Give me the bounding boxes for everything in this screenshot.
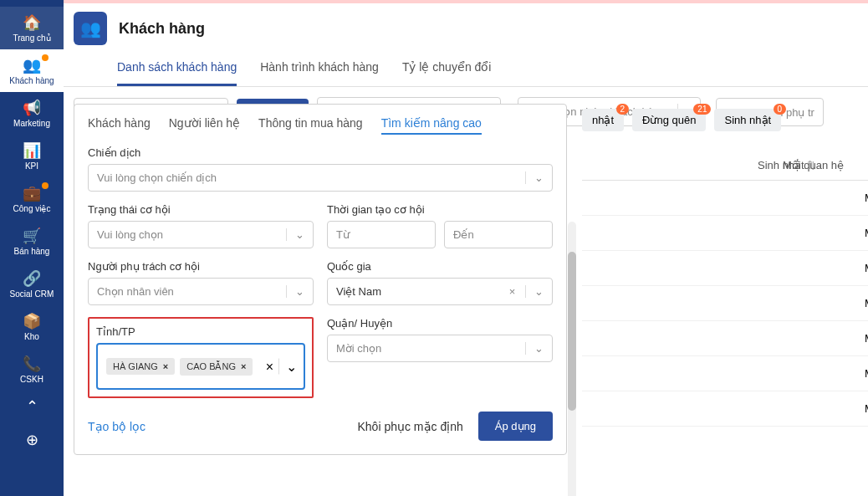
filter-tab-advanced[interactable]: Tìm kiếm nâng cao — [381, 116, 482, 135]
warehouse-icon: 📦 — [23, 312, 41, 330]
chart-icon: 📊 — [23, 141, 41, 160]
chip-remove-icon[interactable]: × — [163, 361, 168, 371]
opportunity-assignee-label: Người phụ trách cơ hội — [88, 260, 314, 273]
cart-icon: 🛒 — [23, 227, 41, 245]
page-header: 👥 Khách hàng — [64, 3, 868, 45]
district-label: Quận/ Huyện — [327, 317, 553, 330]
sidebar-item-cskh[interactable]: 📞 CSKH — [0, 348, 64, 391]
table-row[interactable]: Mới — [582, 251, 868, 286]
table-row[interactable]: Mới — [582, 321, 868, 356]
campaign-label: Chiến dịch — [88, 146, 553, 159]
sidebar-collapse[interactable]: ⌃ — [0, 391, 64, 424]
chevron-down-icon: ⌄ — [525, 171, 544, 184]
table-header: Sinh nhật ⇅ Mối quan hệ — [582, 151, 868, 181]
opportunity-status-select[interactable]: Vui lòng chọn ⌄ — [88, 221, 314, 248]
filter-tab-purchase[interactable]: Thông tin mua hàng — [258, 116, 363, 135]
pill-update[interactable]: nhật 2 — [582, 109, 624, 131]
filter-tab-contact[interactable]: Người liên hệ — [169, 116, 240, 135]
province-highlight: Tỉnh/TP HÀ GIANG × CAO BẰNG × × ⌄ — [88, 317, 314, 398]
chevron-down-icon: ⌄ — [286, 285, 304, 298]
tab-customer-journey[interactable]: Hành trình khách hàng — [260, 54, 379, 86]
quick-filter-pills: nhật 2 Đừng quên 21 Sinh nhật 0 — [582, 109, 781, 131]
clear-all-icon[interactable]: × — [266, 359, 273, 374]
clear-icon[interactable]: × — [509, 285, 516, 298]
chevron-down-icon: ⌄ — [278, 359, 297, 375]
province-chip: HÀ GIANG × — [106, 358, 175, 375]
province-select[interactable]: HÀ GIANG × CAO BẰNG × × ⌄ — [96, 343, 305, 390]
opportunity-status-label: Trạng thái cơ hội — [88, 203, 314, 216]
table-row[interactable]: Mới — [582, 286, 868, 321]
notification-dot — [42, 182, 49, 189]
phone-icon: 📞 — [23, 355, 41, 373]
country-label: Quốc gia — [327, 260, 553, 273]
opportunity-time-label: Thời gian tạo cơ hội — [327, 203, 553, 216]
table-row[interactable]: Mới — [582, 356, 868, 391]
main-content: 👥 Khách hàng Danh sách khách hàng Hành t… — [64, 0, 868, 496]
sidebar-item-marketing[interactable]: 📢 Marketing — [0, 92, 64, 135]
filter-tab-customer[interactable]: Khách hàng — [88, 116, 151, 135]
table-row[interactable]: Mới — [582, 216, 868, 251]
filter-panel-tabs: Khách hàng Người liên hệ Thông tin mua h… — [88, 116, 553, 135]
tab-conversion-rate[interactable]: Tỷ lệ chuyển đổi — [402, 54, 492, 86]
country-select[interactable]: Việt Nam × ⌄ — [327, 278, 553, 305]
users-icon: 👥 — [23, 56, 41, 74]
campaign-select[interactable]: Vui lòng chọn chiến dịch ⌄ — [88, 164, 553, 192]
to-date-input[interactable]: Đến — [444, 221, 553, 248]
customer-table: Sinh nhật ⇅ Mối quan hệ Mới Mới Mới Mới … — [582, 151, 868, 427]
sidebar-item-home[interactable]: 🏠 Trang chủ — [0, 7, 64, 49]
badge: 21 — [693, 104, 711, 115]
table-row[interactable]: Mới — [582, 181, 868, 216]
table-row[interactable]: Mới — [582, 391, 868, 427]
create-filter-link[interactable]: Tạo bộ lọc — [88, 420, 146, 433]
sidebar-item-kpi[interactable]: 📊 KPI — [0, 135, 64, 177]
sidebar: 🏠 Trang chủ 👥 Khách hàng 📢 Marketing 📊 K… — [0, 0, 64, 496]
chevron-down-icon: ⌄ — [286, 228, 304, 241]
filter-panel: Khách hàng Người liên hệ Thông tin mua h… — [74, 104, 567, 455]
sidebar-item-warehouse[interactable]: 📦 Kho — [0, 305, 64, 348]
share-icon: 🔗 — [23, 269, 41, 288]
chevron-up-icon: ⌃ — [26, 397, 38, 416]
badge: 0 — [774, 104, 787, 115]
badge: 2 — [616, 104, 630, 115]
column-birthday[interactable]: Sinh nhật ⇅ — [582, 159, 758, 171]
opportunity-assignee-select[interactable]: Chọn nhân viên ⌄ — [88, 278, 314, 305]
scrollbar[interactable] — [568, 222, 576, 496]
notification-dot — [42, 54, 49, 61]
chip-remove-icon[interactable]: × — [241, 361, 246, 371]
column-relationship[interactable]: Mối quan hệ — [758, 159, 844, 171]
sidebar-item-tasks[interactable]: 💼 Công việc — [0, 177, 64, 220]
sidebar-item-customers[interactable]: 👥 Khách hàng — [0, 49, 64, 92]
filter-panel-footer: Tạo bộ lọc Khôi phục mặc định Áp dụng — [88, 412, 553, 441]
pill-birthday[interactable]: Sinh nhật 0 — [714, 109, 781, 131]
province-label: Tỉnh/TP — [96, 325, 305, 338]
scrollbar-thumb[interactable] — [568, 252, 576, 411]
lifebuoy-icon: ⊕ — [26, 431, 38, 449]
megaphone-icon: 📢 — [23, 99, 41, 117]
customers-header-icon: 👥 — [74, 12, 107, 45]
apply-button[interactable]: Áp dụng — [478, 412, 553, 441]
pill-dont-forget[interactable]: Đừng quên 21 — [632, 109, 706, 131]
briefcase-icon: 💼 — [23, 184, 41, 202]
chevron-down-icon: ⌄ — [525, 342, 544, 355]
chevron-down-icon: ⌄ — [525, 285, 544, 298]
tab-customer-list[interactable]: Danh sách khách hàng — [117, 54, 237, 86]
sidebar-item-sales[interactable]: 🛒 Bán hàng — [0, 220, 64, 263]
restore-default-link[interactable]: Khôi phục mặc định — [358, 420, 463, 433]
page-tabs: Danh sách khách hàng Hành trình khách hà… — [64, 54, 868, 87]
home-icon: 🏠 — [23, 13, 41, 32]
province-chip: CAO BẰNG × — [180, 358, 253, 376]
from-date-input[interactable]: Từ — [327, 221, 436, 248]
page-title: Khách hàng — [119, 20, 205, 38]
sidebar-item-socialcrm[interactable]: 🔗 Social CRM — [0, 263, 64, 305]
sidebar-help[interactable]: ⊕ — [0, 424, 64, 458]
district-select[interactable]: Mời chọn ⌄ — [327, 335, 553, 362]
